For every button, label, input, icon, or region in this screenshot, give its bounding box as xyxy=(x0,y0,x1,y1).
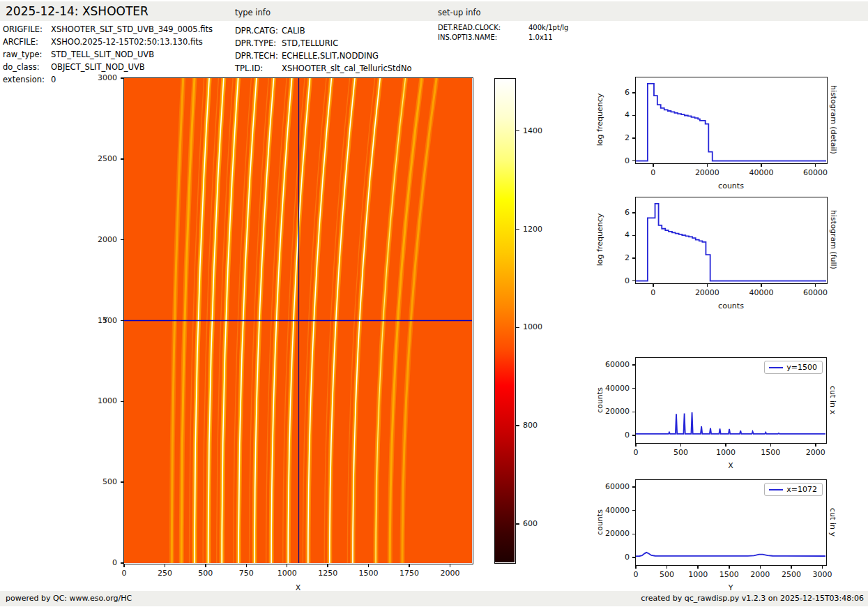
cut-x-panel-x-tick xyxy=(635,444,637,447)
cut-y-panel-side-label: cut in y xyxy=(828,480,837,564)
cut-y-panel-y-axis-label: counts xyxy=(595,492,604,552)
type-info-column: DPR.CATG:CALIBDPR.TYPE:STD,TELLURICDPR.T… xyxy=(235,24,412,75)
main-x-tick xyxy=(450,564,451,567)
main-x-tick-label: 750 xyxy=(232,569,260,578)
setup-info-row-value: 400k/1pt/lg xyxy=(528,23,568,33)
hist-full-panel-x-axis-label: counts xyxy=(710,301,752,310)
file-info-row: do_class:OBJECT_SLIT_NOD_UVB xyxy=(3,61,213,73)
main-y-tick xyxy=(121,562,123,564)
cut-y-panel-y-tick xyxy=(632,486,635,488)
cut-x-panel-x-tick xyxy=(725,444,726,447)
main-y-tick-label: 2000 xyxy=(84,235,117,244)
cut-x-panel-y-tick xyxy=(632,364,635,366)
cut-y-panel-x-tick xyxy=(667,566,668,569)
type-info-row: TPL.ID:XSHOOTER_slt_cal_TelluricStdNo xyxy=(235,62,412,75)
cut-x-panel-side-label: cut in x xyxy=(828,358,837,442)
file-info-row: ARCFILE:XSHOO.2025-12-15T02:50:13.130.fi… xyxy=(3,36,213,48)
cut-x-panel-y-axis-label: counts xyxy=(595,370,604,430)
hist-full-panel-x-tick-label: 0 xyxy=(636,288,671,297)
cut-x-panel-legend-line xyxy=(769,367,783,368)
cut-x-panel-x-tick xyxy=(680,444,682,447)
hist-full-panel-x-tick-label: 20000 xyxy=(690,288,724,297)
main-y-axis-label: Y xyxy=(103,315,108,324)
hist-detail-panel-y-tick xyxy=(632,92,635,93)
cut-y-panel-x-tick-label: 2500 xyxy=(774,570,809,579)
hist-detail-panel-x-axis-label: counts xyxy=(710,181,752,190)
hist-full-panel-x-tick xyxy=(707,284,708,287)
hist-detail-panel-x-tick xyxy=(653,164,654,167)
type-info-row-value: STD,TELLURIC xyxy=(282,37,338,50)
cut-y-panel-x-tick xyxy=(729,566,730,569)
file-info-row-value: XSHOOTER_SLT_STD_UVB_349_0005.fits xyxy=(51,23,213,36)
hist-full-panel-y-tick-label: 0 xyxy=(597,276,630,285)
file-info-row-label: do_class: xyxy=(3,61,51,73)
type-info-row-value: XSHOOTER_slt_cal_TelluricStdNo xyxy=(282,62,412,75)
cut-y-panel-y-tick xyxy=(632,510,635,511)
hist-detail-panel-x-tick-label: 20000 xyxy=(690,168,724,177)
main-y-tick xyxy=(121,239,123,241)
colorbar-tick xyxy=(516,327,519,329)
file-info-row-value: OBJECT_SLIT_NOD_UVB xyxy=(51,61,145,73)
colorbar-tick-label: 800 xyxy=(523,421,538,430)
page-title: 2025-12-14: XSHOOTER xyxy=(6,4,149,18)
section-setup-info-header: set-up info xyxy=(438,8,481,17)
cut-y-panel-y-tick-label: 60000 xyxy=(597,482,630,491)
cut-x-panel-x-axis-label: X xyxy=(710,461,752,470)
qc-report-page: 2025-12-14: XSHOOTER type info set-up in… xyxy=(0,0,868,607)
setup-info-row: INS.OPTI3.NAME:1.0x11 xyxy=(438,33,568,43)
main-x-tick xyxy=(409,564,410,567)
type-info-row: DPR.TYPE:STD,TELLURIC xyxy=(235,37,412,50)
file-info-row: raw_type:STD_TELL_SLIT_NOD_UVB xyxy=(3,48,213,61)
cut-y-panel-y-tick xyxy=(632,557,635,558)
cut-y-panel-legend: x=1072 xyxy=(764,483,823,496)
cut-y-panel-x-tick xyxy=(791,566,792,569)
type-info-row: DPR.TECH:ECHELLE,SLIT,NODDING xyxy=(235,50,412,62)
main-y-tick xyxy=(121,158,123,160)
cut-y-panel-x-tick xyxy=(635,566,637,569)
cut-x-panel-y-tick-label: 0 xyxy=(597,430,630,440)
main-x-tick xyxy=(368,564,370,567)
main-x-tick-label: 250 xyxy=(151,569,178,578)
cut-x-panel-x-tick xyxy=(815,444,816,447)
hist-detail-panel-plot xyxy=(636,77,826,163)
main-x-tick-label: 1750 xyxy=(395,569,423,578)
hist-full-panel-x-tick xyxy=(653,284,654,287)
hist-detail-panel-y-tick xyxy=(632,115,635,117)
hist-detail-panel-y-tick xyxy=(632,160,635,162)
hist-detail-panel-x-tick xyxy=(815,164,816,167)
colorbar-tick xyxy=(516,130,519,132)
setup-info-row: DET.READ.CLOCK:400k/1pt/lg xyxy=(438,23,568,33)
hist-detail-panel-x-tick xyxy=(761,164,762,167)
cut-x-panel-legend: y=1500 xyxy=(764,361,823,374)
cut-y-panel-x-tick-label: 0 xyxy=(618,570,653,579)
main-x-tick-label: 0 xyxy=(110,569,138,578)
cut-y-panel-x-tick-label: 2000 xyxy=(743,570,777,579)
main-x-tick-label: 1000 xyxy=(273,569,301,578)
hist-detail-panel-x-tick xyxy=(707,164,708,167)
colorbar-gradient xyxy=(495,79,515,562)
main-y-tick-label: 500 xyxy=(84,477,117,486)
main-y-tick xyxy=(121,401,123,403)
main-x-tick-label: 1250 xyxy=(314,569,342,578)
cut-y-panel-x-tick xyxy=(822,566,823,569)
file-info-row-value: STD_TELL_SLIT_NOD_UVB xyxy=(51,48,154,61)
hist-full-panel-y-tick xyxy=(632,280,635,282)
cut-x-panel-y-tick xyxy=(632,388,635,389)
hist-full-panel-y-tick xyxy=(632,235,635,237)
type-info-row-label: DPR.TYPE: xyxy=(235,37,282,50)
colorbar-tick-label: 600 xyxy=(523,519,538,528)
setup-info-row-label: INS.OPTI3.NAME: xyxy=(438,33,528,43)
main-y-tick xyxy=(121,320,123,322)
colorbar-tick-label: 1000 xyxy=(523,322,542,331)
cut-y-panel-x-axis-label: Y xyxy=(710,583,752,592)
hist-detail-panel-x-tick-label: 40000 xyxy=(744,168,779,177)
main-x-tick xyxy=(165,564,166,567)
file-info-row-value: 0 xyxy=(51,73,56,86)
main-x-tick-label: 2000 xyxy=(436,569,464,578)
footer-credit-right: created by qc_rawdisp.py v1.2.3 on 2025-… xyxy=(641,594,864,603)
hist-detail-panel-y-axis-label: log frequency xyxy=(595,90,604,150)
file-info-row: ORIGFILE:XSHOOTER_SLT_STD_UVB_349_0005.f… xyxy=(3,23,213,36)
file-info-row-value: XSHOO.2025-12-15T02:50:13.130.fits xyxy=(51,36,203,48)
main-y-tick-label: 0 xyxy=(84,558,117,567)
cut-y-panel-x-tick-label: 1000 xyxy=(680,570,715,579)
